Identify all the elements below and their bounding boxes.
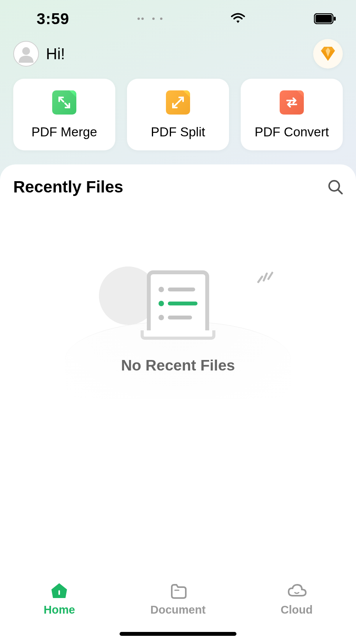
svg-line-5 bbox=[338, 190, 342, 194]
merge-icon bbox=[52, 90, 76, 115]
spark-icon bbox=[255, 267, 275, 285]
svg-line-6 bbox=[258, 277, 262, 282]
svg-line-8 bbox=[268, 273, 272, 279]
signal-dots-icon bbox=[137, 18, 144, 20]
nav-document[interactable]: Document bbox=[139, 582, 217, 616]
document-icon bbox=[169, 582, 187, 600]
nav-cloud[interactable]: Cloud bbox=[258, 582, 336, 616]
nav-label: Cloud bbox=[281, 603, 313, 616]
premium-badge[interactable] bbox=[313, 39, 343, 69]
status-indicators bbox=[137, 18, 162, 20]
wifi-icon bbox=[230, 13, 246, 25]
tool-label: PDF Merge bbox=[32, 125, 97, 139]
empty-state: No Recent Files bbox=[13, 270, 343, 374]
status-time: 3:59 bbox=[37, 10, 69, 28]
nav-label: Document bbox=[150, 603, 206, 616]
empty-text: No Recent Files bbox=[121, 357, 235, 374]
convert-icon bbox=[280, 90, 304, 115]
status-bar: 3:59 bbox=[0, 0, 356, 31]
svg-point-3 bbox=[22, 47, 30, 55]
tool-label: PDF Convert bbox=[255, 125, 329, 139]
pdf-convert-card[interactable]: PDF Convert bbox=[241, 79, 343, 150]
svg-rect-11 bbox=[58, 590, 60, 595]
nav-label: Home bbox=[44, 603, 75, 616]
header: Hi! bbox=[0, 31, 356, 76]
section-title: Recently Files bbox=[13, 178, 123, 196]
pdf-merge-card[interactable]: PDF Merge bbox=[13, 79, 115, 150]
main-content: Recently Files No Recent Files bbox=[0, 164, 356, 644]
tool-cards: PDF Merge PDF Split PDF Convert bbox=[0, 76, 356, 162]
greeting-text: Hi! bbox=[46, 45, 65, 63]
diamond-icon bbox=[319, 46, 337, 62]
pdf-split-card[interactable]: PDF Split bbox=[127, 79, 229, 150]
cloud-icon bbox=[286, 582, 307, 600]
search-icon[interactable] bbox=[328, 180, 343, 194]
split-icon bbox=[166, 90, 190, 115]
battery-icon bbox=[314, 13, 337, 24]
person-icon bbox=[16, 44, 36, 64]
nav-home[interactable]: Home bbox=[20, 582, 98, 616]
svg-rect-2 bbox=[334, 17, 336, 21]
svg-line-7 bbox=[264, 273, 267, 281]
avatar[interactable] bbox=[13, 41, 39, 67]
home-icon bbox=[50, 582, 69, 600]
svg-rect-1 bbox=[315, 15, 332, 23]
section-header: Recently Files bbox=[13, 178, 343, 196]
empty-document-icon bbox=[147, 270, 209, 337]
home-indicator[interactable] bbox=[120, 632, 236, 636]
tool-label: PDF Split bbox=[151, 125, 205, 139]
